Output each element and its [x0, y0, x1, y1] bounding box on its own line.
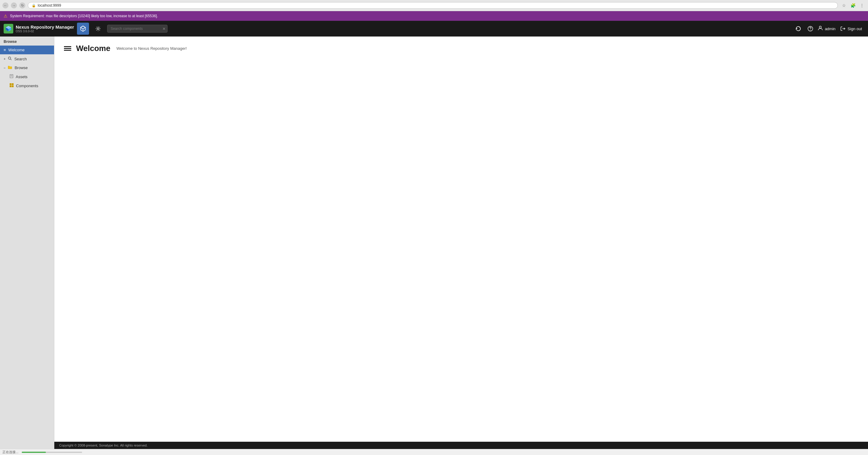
svg-rect-20	[12, 86, 13, 87]
browse-folder-icon	[8, 65, 12, 70]
browse-icon-button[interactable]	[77, 23, 89, 35]
svg-line-13	[10, 59, 12, 60]
address-bar[interactable]: 🔒 localhost:9999	[28, 2, 838, 9]
menu-icon[interactable]: ⋮	[858, 2, 866, 9]
help-button[interactable]	[806, 24, 815, 33]
search-components-wrapper: ✕	[107, 25, 167, 33]
bookmark-icon[interactable]: ☆	[840, 2, 847, 9]
svg-point-12	[8, 57, 11, 59]
welcome-icon: ≡	[4, 48, 6, 52]
svg-rect-19	[10, 86, 11, 87]
sidebar-item-welcome-label: Welcome	[8, 48, 25, 52]
browser-statusbar: 正在连接...	[0, 449, 868, 455]
assets-icon	[10, 74, 13, 79]
app-title: Nexus Repository Manager	[16, 25, 74, 30]
search-components-input[interactable]	[107, 25, 167, 33]
settings-icon-button[interactable]	[92, 23, 104, 35]
svg-point-10	[819, 26, 821, 28]
app-footer: Copyright © 2008-present, Sonatype Inc. …	[54, 442, 868, 449]
svg-rect-17	[10, 84, 11, 85]
search-toggle-icon: +	[4, 57, 5, 61]
footer-copyright: Copyright © 2008-present, Sonatype Inc. …	[59, 444, 148, 447]
refresh-button[interactable]	[794, 24, 803, 33]
components-icon	[10, 83, 13, 88]
logo-icon	[4, 24, 13, 33]
browser-chrome: ← → ↻ 🔒 localhost:9999 ☆ 🧩 ⋮	[0, 0, 868, 11]
app-header: Nexus Repository Manager OSS 3.6.0-02 ✕	[0, 21, 868, 36]
warning-icon: ⚠	[4, 13, 7, 19]
search-icon	[8, 57, 12, 61]
browse-toggle-icon: −	[4, 66, 5, 70]
sidebar: Browse ≡ Welcome + Search − Browse	[0, 36, 54, 449]
svg-point-9	[810, 30, 811, 30]
welcome-subtitle: Welcome to Nexus Repository Manager!	[117, 46, 187, 51]
svg-point-7	[97, 28, 99, 30]
sidebar-item-browse-label: Browse	[14, 65, 28, 70]
welcome-content: Welcome Welcome to Nexus Repository Mana…	[54, 36, 868, 442]
user-name: admin	[825, 27, 835, 31]
app-subtitle: OSS 3.6.0-02	[16, 30, 74, 33]
back-button[interactable]: ←	[2, 2, 8, 8]
forward-button[interactable]: →	[11, 2, 17, 8]
status-text: 正在连接...	[2, 450, 19, 454]
app-title-group: Nexus Repository Manager OSS 3.6.0-02	[16, 25, 74, 33]
sidebar-item-assets[interactable]: Assets	[0, 72, 54, 81]
welcome-header: Welcome Welcome to Nexus Repository Mana…	[64, 44, 858, 53]
signout-button[interactable]: Sign out	[838, 25, 864, 33]
main-layout: Browse ≡ Welcome + Search − Browse	[0, 36, 868, 449]
sidebar-item-components[interactable]: Components	[0, 81, 54, 90]
sidebar-item-search-label: Search	[14, 57, 27, 61]
reload-button[interactable]: ↻	[19, 2, 25, 8]
app-logo: Nexus Repository Manager OSS 3.6.0-02	[4, 24, 74, 33]
lock-icon: 🔒	[32, 4, 36, 7]
sidebar-section-header: Browse	[0, 36, 54, 45]
user-info: admin	[817, 25, 835, 32]
warning-bar: ⚠ System Requirement: max file descripto…	[0, 11, 868, 21]
sidebar-item-browse[interactable]: − Browse	[0, 63, 54, 72]
svg-marker-5	[81, 26, 85, 29]
sidebar-item-assets-label: Assets	[16, 74, 28, 79]
warning-message: System Requirement: max file descriptors…	[10, 14, 158, 18]
sidebar-item-search[interactable]: + Search	[0, 54, 54, 63]
signout-label: Sign out	[847, 27, 862, 31]
search-clear-button[interactable]: ✕	[162, 27, 166, 31]
content-area: Welcome Welcome to Nexus Repository Mana…	[54, 36, 868, 449]
welcome-lines-icon	[64, 46, 71, 51]
sidebar-item-components-label: Components	[16, 84, 38, 88]
welcome-title: Welcome	[76, 44, 111, 53]
header-right: admin Sign out	[794, 24, 864, 33]
sidebar-item-welcome[interactable]: ≡ Welcome	[0, 45, 54, 54]
address-text: localhost:9999	[38, 3, 61, 7]
extension-icon[interactable]: 🧩	[849, 2, 857, 9]
browser-actions: ☆ 🧩 ⋮	[840, 2, 866, 9]
svg-rect-18	[12, 84, 13, 85]
user-icon	[817, 25, 823, 32]
